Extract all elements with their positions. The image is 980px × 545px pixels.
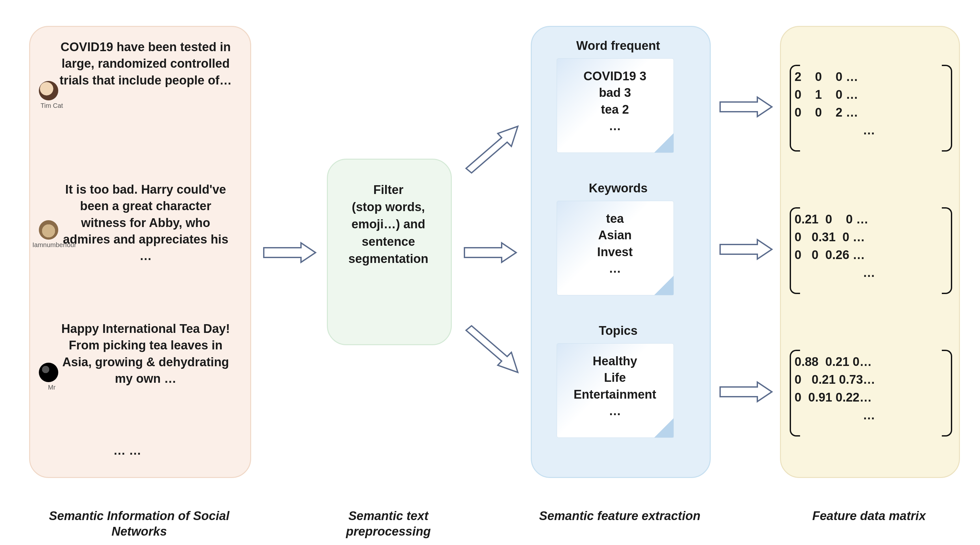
- feature-line: Invest: [597, 245, 633, 259]
- arrow-right-icon: [463, 240, 518, 266]
- feature-line: COVID19 3: [584, 69, 646, 83]
- feature-block-title: Keywords: [557, 181, 680, 195]
- stage-caption: Semantic Information of Social Networks: [29, 508, 249, 539]
- post-text: COVID19 have been tested in large, rando…: [58, 39, 233, 89]
- matrix-row: 2 0 0 …: [795, 68, 943, 86]
- feature-block-content: tea Asian Invest …: [557, 210, 673, 277]
- matrix-row: 0.88 0.21 0…: [795, 353, 943, 371]
- avatar-icon: [39, 363, 58, 382]
- matrix-row: …: [795, 121, 943, 139]
- arrow-diagonal-up-icon: [463, 120, 521, 178]
- feature-block-content: Healthy Life Entertainment …: [557, 353, 673, 419]
- feature-line: …: [609, 119, 621, 133]
- arrow-right-icon: [719, 379, 773, 405]
- feature-line: Entertainment: [573, 387, 656, 401]
- feature-line: Life: [604, 371, 626, 384]
- arrow-right-icon: [719, 94, 773, 120]
- feature-line: bad 3: [599, 86, 631, 99]
- avatar-icon: [39, 81, 58, 100]
- matrix-row: 0 0 2 …: [795, 104, 943, 121]
- arrow-right-icon: [262, 240, 317, 266]
- preprocess-text: Filter (stop words, emoji…) and sentence…: [337, 181, 440, 268]
- page-fold-icon: [654, 133, 673, 153]
- stage-caption: Feature data matrix: [780, 508, 958, 524]
- matrix-content: 2 0 0 … 0 1 0 … 0 0 2 … …: [795, 68, 943, 139]
- post-text: It is too bad. Harry could've been a gre…: [58, 181, 233, 264]
- matrix-row: 0.21 0 0 …: [795, 210, 943, 228]
- feature-block-title: Topics: [557, 324, 680, 338]
- feature-line: Asian: [598, 228, 632, 242]
- feature-line: …: [609, 261, 621, 275]
- feature-line: tea: [606, 212, 624, 225]
- matrix-row: 0 0.91 0.22…: [795, 389, 943, 406]
- diagram-canvas: Tim Cat COVID19 have been tested in larg…: [0, 0, 980, 545]
- feature-line: …: [609, 404, 621, 418]
- matrix-row: 0 0.31 0 …: [795, 228, 943, 246]
- matrix-row: …: [795, 406, 943, 424]
- matrix-row: 0 0 0.26 …: [795, 246, 943, 264]
- matrix-content: 0.88 0.21 0… 0 0.21 0.73… 0 0.91 0.22… …: [795, 353, 943, 424]
- avatar-icon: [39, 220, 58, 240]
- matrix-row: …: [795, 264, 943, 282]
- matrix-row: 0 0.21 0.73…: [795, 371, 943, 389]
- stage-caption: Semantic text preprocessing: [317, 508, 460, 539]
- feature-line: Healthy: [593, 354, 637, 368]
- feature-line: tea 2: [601, 103, 629, 116]
- matrix-row: 0 1 0 …: [795, 86, 943, 104]
- preprocess-line: (stop words, emoji…) and sentence segmen…: [348, 200, 428, 266]
- preprocess-line: Filter: [374, 183, 404, 196]
- arrow-right-icon: [719, 236, 773, 262]
- post-text: Happy International Tea Day! From pickin…: [58, 320, 233, 387]
- arrow-diagonal-down-icon: [463, 320, 521, 379]
- matrix-content: 0.21 0 0 … 0 0.31 0 … 0 0 0.26 … …: [795, 210, 943, 282]
- stage-caption: Semantic feature extraction: [531, 508, 709, 524]
- feature-block-title: Word frequent: [557, 39, 680, 53]
- username-label: Tim Cat: [32, 102, 71, 110]
- feature-block-content: COVID19 3 bad 3 tea 2 …: [557, 68, 673, 134]
- page-fold-icon: [654, 418, 673, 438]
- page-fold-icon: [654, 276, 673, 295]
- ellipsis: … …: [113, 444, 142, 457]
